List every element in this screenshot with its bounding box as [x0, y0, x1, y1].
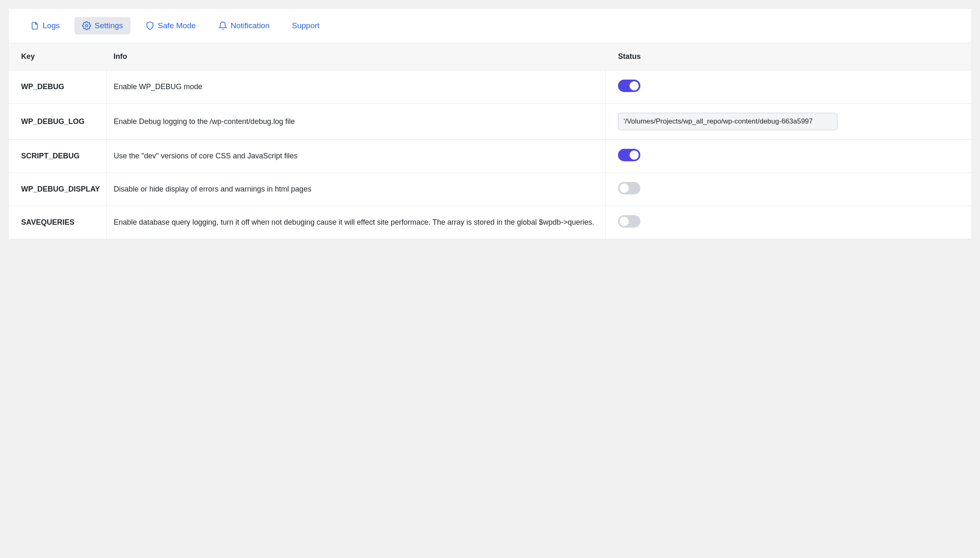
table-row: SAVEQUERIESEnable database query logging…: [9, 206, 971, 239]
settings-panel: Logs Settings Safe Mode Notification Sup…: [8, 8, 972, 239]
setting-info: Enable database query logging, turn it o…: [107, 206, 606, 239]
setting-info: Enable WP_DEBUG mode: [107, 70, 606, 104]
setting-info: Enable Debug logging to the /wp-content/…: [107, 104, 606, 140]
setting-info: Use the "dev" versions of core CSS and J…: [107, 140, 606, 173]
file-icon: [30, 21, 39, 30]
tab-label: Support: [292, 21, 320, 30]
setting-status: [606, 70, 971, 104]
table-row: SCRIPT_DEBUGUse the "dev" versions of co…: [9, 140, 971, 173]
tab-support[interactable]: Support: [285, 17, 327, 34]
bell-icon: [218, 21, 227, 30]
table-row: WP_DEBUGEnable WP_DEBUG mode: [9, 70, 971, 104]
setting-status: [606, 173, 971, 206]
settings-table: Key Info Status WP_DEBUGEnable WP_DEBUG …: [9, 43, 971, 239]
svg-point-0: [85, 24, 88, 27]
toggle-switch[interactable]: [618, 215, 640, 228]
setting-key: WP_DEBUG_DISPLAY: [9, 173, 107, 206]
tabbar: Logs Settings Safe Mode Notification Sup…: [9, 9, 971, 43]
tab-notification[interactable]: Notification: [211, 17, 277, 34]
shield-icon: [145, 21, 154, 30]
tab-label: Notification: [231, 21, 270, 30]
tab-label: Logs: [43, 21, 60, 30]
tab-settings[interactable]: Settings: [75, 17, 130, 34]
setting-key: SCRIPT_DEBUG: [9, 140, 107, 173]
table-row: WP_DEBUG_DISPLAYDisable or hide display …: [9, 173, 971, 206]
tab-logs[interactable]: Logs: [23, 17, 67, 34]
setting-status: [606, 206, 971, 239]
tab-label: Safe Mode: [158, 21, 196, 30]
setting-status: [606, 104, 971, 140]
setting-key: WP_DEBUG_LOG: [9, 104, 107, 140]
toggle-switch[interactable]: [618, 80, 640, 92]
tab-label: Settings: [94, 21, 123, 30]
setting-text-input[interactable]: [618, 113, 838, 130]
setting-key: SAVEQUERIES: [9, 206, 107, 239]
setting-key: WP_DEBUG: [9, 70, 107, 104]
gear-icon: [82, 21, 91, 30]
tab-safe-mode[interactable]: Safe Mode: [138, 17, 203, 34]
setting-status: [606, 140, 971, 173]
table-row: WP_DEBUG_LOGEnable Debug logging to the …: [9, 104, 971, 140]
column-header-status: Status: [606, 43, 971, 70]
toggle-switch[interactable]: [618, 182, 640, 194]
column-header-info: Info: [107, 43, 606, 70]
setting-info: Disable or hide display of errors and wa…: [107, 173, 606, 206]
column-header-key: Key: [9, 43, 107, 70]
toggle-switch[interactable]: [618, 149, 640, 161]
